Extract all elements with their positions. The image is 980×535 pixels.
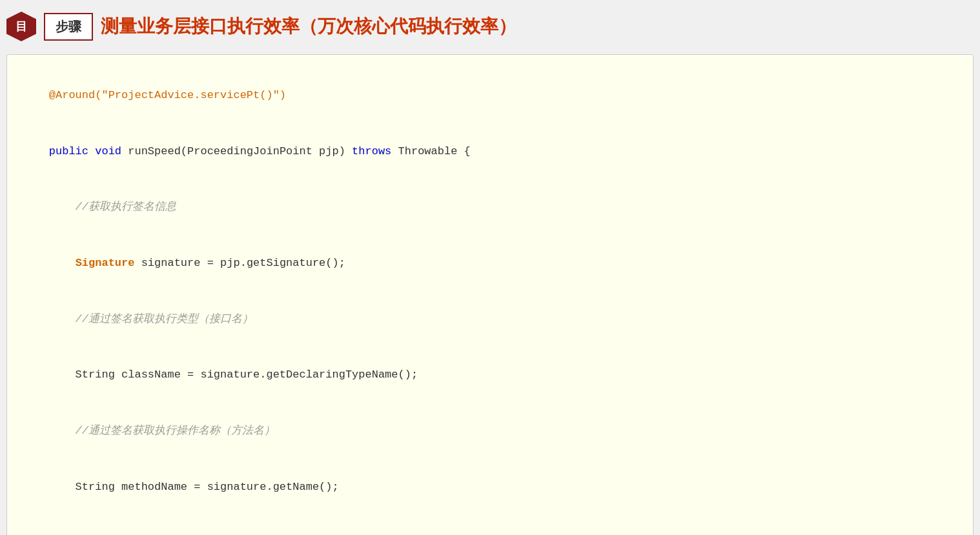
- header-icon-label: 目: [15, 19, 27, 34]
- code-line-6: String className = signature.getDeclarin…: [23, 347, 957, 403]
- comment-2: //通过签名获取执行类型（接口名）: [49, 313, 253, 325]
- step-label-box: 步骤: [44, 13, 93, 41]
- kw-public: public: [49, 145, 88, 157]
- page-header: 目 步骤 测量业务层接口执行效率（万次核心代码执行效率）: [6, 6, 974, 46]
- page-title: 测量业务层接口执行效率（万次核心代码执行效率）: [101, 14, 516, 39]
- code-line-7: //通过签名获取执行操作名称（方法名）: [23, 403, 957, 459]
- code-line-3: //获取执行签名信息: [23, 179, 957, 236]
- type-signature: Signature: [76, 257, 135, 269]
- comment-1: //获取执行签名信息: [49, 201, 176, 213]
- code-line-9: long start = System.currentTimeMillis();: [23, 515, 957, 535]
- kw-throws: throws: [352, 145, 391, 157]
- code-line-8: String methodName = signature.getName();: [23, 459, 957, 516]
- code-block: @Around("ProjectAdvice.servicePt()") pub…: [6, 54, 974, 535]
- kw-void: void: [95, 145, 121, 157]
- code-line-2: public void runSpeed(ProceedingJoinPoint…: [23, 124, 957, 180]
- code-line-5: //通过签名获取执行类型（接口名）: [23, 292, 957, 348]
- comment-3: //通过签名获取执行操作名称（方法名）: [49, 425, 275, 437]
- step-label: 步骤: [56, 19, 81, 34]
- code-line-1: @Around("ProjectAdvice.servicePt()"): [23, 68, 957, 124]
- header-icon: 目: [6, 12, 36, 41]
- annotation-around: @Around("ProjectAdvice.servicePt()"): [49, 89, 286, 101]
- code-line-4: Signature signature = pjp.getSignature()…: [23, 236, 957, 292]
